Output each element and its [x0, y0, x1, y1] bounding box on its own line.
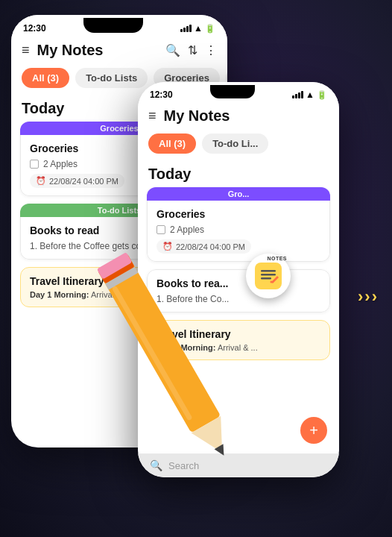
wifi-icon-front: ▲ — [306, 90, 314, 100]
reminder-badge: ⏰ 22/08/24 04:00 PM — [30, 174, 124, 188]
notch-front — [210, 85, 255, 98]
checkbox-front[interactable] — [157, 225, 165, 234]
chevron-2: › — [364, 287, 370, 307]
filter-tabs-front: All (3) To-do Li... — [138, 131, 339, 160]
chevron-3: › — [372, 287, 377, 307]
header-icons-back: 🔍 ⇅ ⋮ — [165, 43, 217, 57]
battery-icon: 🔋 — [205, 24, 215, 34]
app-title-back: My Notes — [37, 42, 165, 59]
check-item-front: 2 Apples — [157, 224, 320, 235]
status-time-front: 12:30 — [150, 90, 173, 100]
status-time-back: 12:30 — [23, 23, 46, 34]
search-icon-bar: 🔍 — [150, 459, 162, 471]
section-today-front: Today — [138, 160, 339, 187]
notes-label: NOTES — [267, 256, 287, 261]
app-header-front: ≡ My Notes — [138, 104, 339, 131]
reminder-front: ⏰ 22/08/24 04:00 PM — [157, 239, 251, 254]
svg-rect-2 — [261, 274, 276, 276]
search-icon[interactable]: 🔍 — [165, 43, 180, 57]
status-bar-front: 12:30 ▲ 🔋 — [138, 82, 339, 104]
app-header-back: ≡ My Notes 🔍 ⇅ ⋮ — [11, 39, 227, 65]
notes-app-icon: NOTES — [246, 254, 291, 298]
svg-rect-0 — [255, 263, 282, 289]
alarm-icon: ⏰ — [36, 176, 46, 186]
tab-all-front[interactable]: All (3) — [148, 134, 196, 154]
hamburger-icon[interactable]: ≡ — [22, 43, 30, 58]
sort-icon[interactable]: ⇅ — [188, 43, 197, 57]
groceries-card-front: Gro... Groceries 2 Apples ⏰ 22/08/24 04:… — [147, 187, 330, 262]
checkbox-apples[interactable] — [30, 160, 39, 169]
svg-rect-1 — [261, 270, 276, 272]
notch-back — [83, 18, 143, 33]
tab-todo[interactable]: To-do Lists — [75, 68, 148, 88]
groceries-cat-front: Gro... — [147, 187, 330, 201]
svg-point-4 — [271, 281, 273, 283]
battery-icon-front: 🔋 — [317, 90, 327, 100]
status-bar-back: 12:30 ▲ 🔋 — [11, 15, 227, 39]
svg-rect-3 — [261, 277, 271, 280]
tab-all[interactable]: All (3) — [22, 68, 69, 88]
groceries-title-front: Groceries — [157, 208, 320, 220]
tab-todo-front[interactable]: To-do Li... — [202, 134, 268, 154]
status-icons-back: ▲ 🔋 — [180, 23, 215, 34]
hamburger-icon-front[interactable]: ≡ — [148, 108, 157, 124]
signal-icon — [180, 25, 192, 32]
groceries-body-front: Groceries 2 Apples ⏰ 22/08/24 04:00 PM — [147, 201, 330, 262]
fab-button[interactable]: + — [300, 417, 327, 444]
signal-icon-front — [292, 91, 303, 98]
chevron-1: › — [358, 287, 363, 307]
more-icon[interactable]: ⋮ — [205, 43, 217, 57]
chevrons-container: › › › — [358, 287, 377, 307]
status-icons-front: ▲ 🔋 — [292, 90, 327, 100]
app-title-front: My Notes — [164, 107, 329, 125]
notes-icon-svg — [255, 263, 282, 289]
wifi-icon: ▲ — [194, 23, 203, 34]
